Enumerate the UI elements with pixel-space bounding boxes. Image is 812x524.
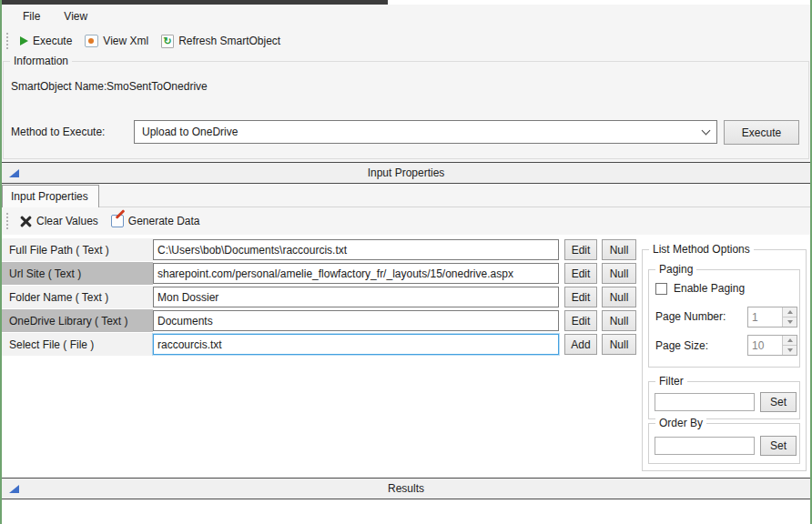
list-method-options-title: List Method Options xyxy=(649,243,754,256)
method-to-execute-label: Method to Execute: xyxy=(11,126,105,138)
refresh-smartobject-button[interactable]: ↻ Refresh SmartObject xyxy=(155,32,287,51)
menu-view[interactable]: View xyxy=(56,7,96,25)
field-row-url-site: Url Site ( Text ) Edit Null xyxy=(2,262,639,286)
tab-strip: Input Properties xyxy=(2,184,810,207)
inner-toolbar-grip xyxy=(6,213,10,229)
information-group-title: Information xyxy=(10,55,72,67)
results-header-bar[interactable]: Results xyxy=(2,478,810,499)
field-row-onedrive-library: OneDrive Library ( Text ) Edit Null xyxy=(2,309,639,333)
execute-toolbar-label: Execute xyxy=(33,35,72,47)
onedrive-library-input[interactable] xyxy=(153,310,559,331)
order-by-set-button[interactable]: Set xyxy=(760,436,797,456)
clear-x-icon xyxy=(20,216,32,227)
list-method-options-group: List Method Options Paging Enable Paging… xyxy=(642,249,807,471)
generate-data-button[interactable]: Generate Data xyxy=(105,212,207,230)
chevron-down-icon xyxy=(702,126,711,135)
field-row-folder-name: Folder Name ( Text ) Edit Null xyxy=(2,286,639,309)
order-by-group: Order By Set xyxy=(648,423,800,464)
view-xml-button[interactable]: View Xml xyxy=(78,32,155,50)
edit-button[interactable]: Edit xyxy=(564,310,597,331)
input-properties-header-title: Input Properties xyxy=(2,166,810,179)
main-toolbar: Execute View Xml ↻ Refresh SmartObject xyxy=(2,28,810,54)
menu-bar: File View xyxy=(2,5,810,28)
add-button[interactable]: Add xyxy=(564,334,597,355)
spinner-up-icon xyxy=(787,310,793,314)
field-row-full-file-path: Full File Path ( Text ) Edit Null xyxy=(2,238,639,262)
execute-method-button[interactable]: Execute xyxy=(724,120,799,145)
tab-input-properties-label: Input Properties xyxy=(11,190,88,203)
order-by-title: Order By xyxy=(655,417,706,429)
edit-button[interactable]: Edit xyxy=(564,287,597,307)
url-site-input[interactable] xyxy=(153,263,559,284)
order-by-input[interactable] xyxy=(655,437,755,455)
view-xml-icon xyxy=(85,35,98,47)
page-size-label: Page Size: xyxy=(655,339,708,352)
results-header-title: Results xyxy=(2,482,810,495)
page-size-spinner[interactable]: 10 xyxy=(747,335,797,356)
view-xml-label: View Xml xyxy=(103,35,148,47)
input-properties-panel: Input Properties Clear Values Generate D… xyxy=(2,184,810,478)
null-button[interactable]: Null xyxy=(602,334,636,355)
window-top-border xyxy=(0,0,388,5)
method-to-execute-combobox[interactable]: Upload to OneDrive xyxy=(134,120,717,144)
field-row-select-file: Select File ( File ) Add Null xyxy=(2,333,639,357)
generate-data-label: Generate Data xyxy=(128,215,200,227)
spinner-arrows[interactable] xyxy=(782,307,797,327)
filter-input[interactable] xyxy=(655,393,755,411)
play-icon xyxy=(20,36,28,45)
edit-button[interactable]: Edit xyxy=(564,263,597,284)
clear-values-button[interactable]: Clear Values xyxy=(14,212,105,230)
select-file-input[interactable] xyxy=(153,334,559,355)
spinner-down-icon xyxy=(787,348,793,352)
enable-paging-checkbox[interactable] xyxy=(655,283,667,295)
field-label: Full File Path ( Text ) xyxy=(2,238,153,262)
field-label: Select File ( File ) xyxy=(2,333,153,357)
window-left-border xyxy=(0,0,2,524)
null-button[interactable]: Null xyxy=(602,310,636,331)
top-section: File View Execute View Xml ↻ Refresh Sma… xyxy=(2,5,810,162)
paging-title: Paging xyxy=(655,263,696,276)
null-button[interactable]: Null xyxy=(602,263,636,284)
input-properties-header-bar[interactable]: Input Properties xyxy=(2,162,810,184)
null-button[interactable]: Null xyxy=(602,239,636,260)
tab-input-properties[interactable]: Input Properties xyxy=(2,185,99,207)
field-label: Url Site ( Text ) xyxy=(2,262,153,286)
smartobject-name-label: SmartObject Name: xyxy=(11,80,107,93)
execute-toolbar-button[interactable]: Execute xyxy=(14,32,78,50)
spinner-down-icon xyxy=(787,320,793,324)
full-file-path-input[interactable] xyxy=(153,239,559,260)
enable-paging-label: Enable Paging xyxy=(674,282,745,295)
toolbar-grip xyxy=(6,33,10,49)
smartobject-name-value: SmoSentToOnedrive xyxy=(107,80,208,93)
input-properties-toolbar: Clear Values Generate Data xyxy=(2,207,810,235)
page-number-spinner[interactable]: 1 xyxy=(747,307,797,328)
page-size-value: 10 xyxy=(748,336,782,355)
field-label: OneDrive Library ( Text ) xyxy=(2,309,153,333)
enable-paging-row: Enable Paging xyxy=(655,282,745,295)
smartobject-tester-window: File View Execute View Xml ↻ Refresh Sma… xyxy=(0,0,812,524)
refresh-icon: ↻ xyxy=(161,35,174,48)
generate-data-icon xyxy=(111,215,124,227)
information-groupbox: Information SmartObject Name: SmoSentToO… xyxy=(3,61,809,159)
spinner-up-icon xyxy=(787,338,793,342)
paging-group: Paging Enable Paging Page Number: 1 Page… xyxy=(648,269,800,368)
method-to-execute-value: Upload to OneDrive xyxy=(142,126,238,138)
page-number-label: Page Number: xyxy=(655,310,726,323)
field-label: Folder Name ( Text ) xyxy=(2,286,153,309)
filter-group: Filter Set xyxy=(648,381,800,419)
menu-file[interactable]: File xyxy=(15,7,48,25)
clear-values-label: Clear Values xyxy=(36,215,98,227)
spinner-arrows[interactable] xyxy=(782,336,797,355)
filter-set-button[interactable]: Set xyxy=(760,392,797,412)
edit-button[interactable]: Edit xyxy=(564,239,597,260)
filter-title: Filter xyxy=(655,375,687,388)
refresh-smartobject-label: Refresh SmartObject xyxy=(178,35,280,47)
null-button[interactable]: Null xyxy=(602,287,636,307)
folder-name-input[interactable] xyxy=(153,287,559,307)
page-number-value: 1 xyxy=(748,307,782,327)
